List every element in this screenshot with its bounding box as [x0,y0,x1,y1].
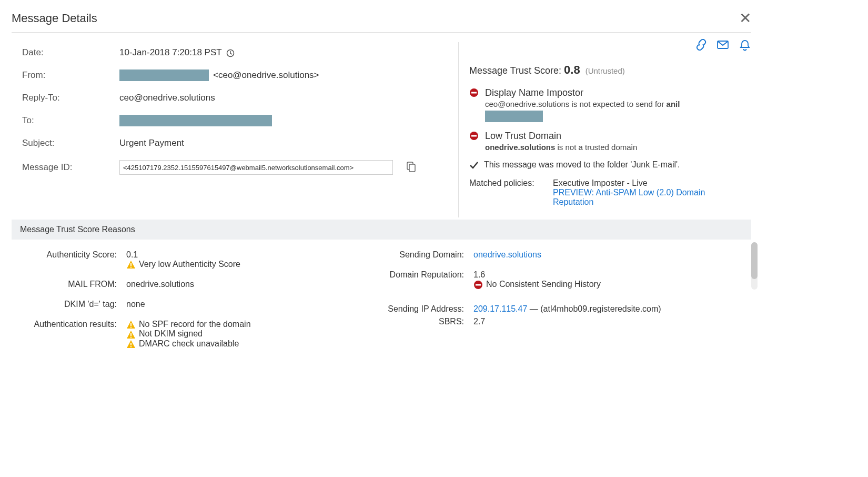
value-dkim-tag: none [126,300,374,309]
message-details-panel: Message Details ✕ Date: 10-Jan-2018 7:20… [0,0,763,359]
label-to: To: [22,115,119,126]
value-sbrs: 2.7 [473,317,751,326]
label-authenticity-score: Authenticity Score: [21,250,126,269]
copy-message-id-button[interactable] [406,162,416,173]
score-reasons-header: Message Trust Score Reasons [12,220,751,240]
label-date: Date: [22,47,119,58]
trust-score-value: 0.8 [564,63,580,76]
label-mail-from: MAIL FROM: [21,280,126,289]
scrollbar-thumb[interactable] [751,242,758,279]
auth-result-spf: No SPF record for the domain [139,320,251,329]
auth-result-dmarc: DMARC check unavailable [139,339,239,349]
scrollbar[interactable] [751,242,758,290]
trust-reason-impostor: Display Name Impostor ceo@onedrive.solut… [469,87,746,122]
value-date: 10-Jan-2018 7:20:18 PST [119,47,222,58]
value-authenticity-score: 0.1 [126,250,374,260]
panel-header: Message Details ✕ [12,9,751,33]
value-subject: Urgent Payment [119,138,448,148]
redacted-from-name [119,69,209,81]
value-sending-domain[interactable]: onedrive.solutions [473,250,541,259]
trust-score-line: Message Trust Score: 0.8 (Untrusted) [469,63,746,77]
value-from-email: <ceo@onedrive.solutions> [213,70,319,81]
trust-reason-low-domain: Low Trust Domain onedrive.solutions is n… [469,131,746,152]
reason-title: Low Trust Domain [485,131,637,142]
reason-desc: ceo@onedrive.solutions is not expected t… [485,100,680,108]
redacted-expected-sender [485,111,543,122]
value-domain-reputation: 1.6 [473,270,751,280]
warn-icon [126,260,136,269]
warn-icon [126,320,136,329]
warn-icon [126,339,136,349]
domain-rep-warn: No Consistent Sending History [486,280,601,289]
label-sending-ip: Sending IP Address: [374,304,473,314]
bell-icon[interactable] [739,39,751,52]
label-message-id: Message ID: [22,162,119,173]
value-mail-from: onedrive.solutions [126,280,374,289]
trust-score-status: (Untrusted) [586,66,625,75]
action-icons [695,39,751,52]
value-sending-ip[interactable]: 209.17.115.47 [473,304,527,313]
trust-score-label: Message Trust Score: [469,65,561,76]
reason-desc: onedrive.solutions is not a trusted doma… [485,143,637,152]
label-domain-reputation: Domain Reputation: [374,270,473,290]
warn-icon [126,329,136,339]
reason-title: Display Name Impostor [485,87,680,98]
label-sbrs: SBRS: [374,317,473,326]
trust-summary: Message Trust Score: 0.8 (Untrusted) Dis… [459,42,751,217]
matched-policies: Matched policies: Executive Imposter - L… [469,178,746,207]
message-id-input[interactable] [119,160,393,175]
folder-moved-line: This message was moved to the folder 'Ju… [469,160,746,170]
page-title: Message Details [12,12,97,25]
auth-result-dkim: Not DKIM signed [139,329,203,339]
score-reasons-body: Authenticity Score: 0.1 Very low Authent… [12,240,751,359]
value-sending-ip-host: — (atl4mhob09.registeredsite.com) [527,304,661,313]
label-subject: Subject: [22,138,119,148]
link-icon[interactable] [695,39,707,52]
authenticity-warn-text: Very low Authenticity Score [139,260,240,269]
label-dkim-tag: DKIM 'd=' tag: [21,300,126,309]
label-sending-domain: Sending Domain: [374,250,473,260]
label-from: From: [22,70,119,81]
stop-icon [469,131,480,152]
policy-item: Executive Imposter - Live [553,178,746,188]
clock-icon [226,47,235,58]
close-button[interactable]: ✕ [739,9,751,27]
label-auth-results: Authentication results: [21,320,126,349]
matched-policies-label: Matched policies: [469,178,546,207]
mail-icon[interactable] [716,39,729,52]
folder-moved-text: This message was moved to the folder 'Ju… [484,160,680,170]
value-reply-to: ceo@onedrive.solutions [119,93,448,103]
check-icon [469,160,479,170]
redacted-to [119,115,272,126]
stop-icon [469,87,480,122]
policy-item-link[interactable]: PREVIEW: Anti-SPAM Low (2.0) Domain Repu… [553,188,746,207]
label-reply-to: Reply-To: [22,93,119,103]
stop-icon [473,280,483,290]
message-summary: Date: 10-Jan-2018 7:20:18 PST From: <ceo… [12,42,459,217]
